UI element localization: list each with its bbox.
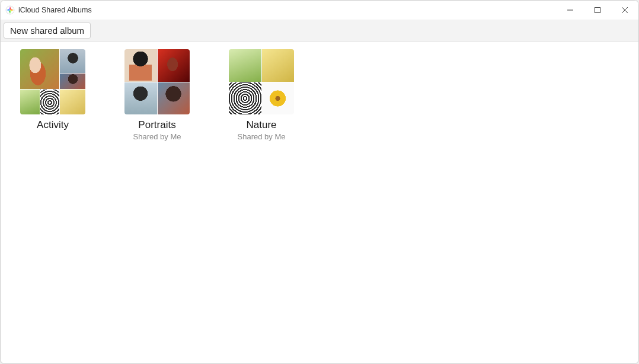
toolbar: New shared album	[1, 20, 638, 42]
album-thumbnail	[20, 49, 85, 114]
window-title: iCloud Shared Albums	[18, 6, 92, 14]
album-title: Activity	[37, 119, 69, 131]
maximize-button[interactable]	[584, 1, 611, 20]
minimize-button[interactable]	[557, 1, 584, 20]
album-title: Portraits	[138, 119, 175, 131]
close-button[interactable]	[611, 1, 638, 20]
new-shared-album-button[interactable]: New shared album	[4, 23, 91, 39]
svg-rect-2	[595, 8, 600, 13]
album-subtitle: Shared by Me	[133, 132, 181, 141]
album-thumbnail	[229, 49, 294, 114]
window-controls	[557, 1, 638, 20]
album-thumbnail	[124, 49, 190, 114]
titlebar-left: iCloud Shared Albums	[5, 5, 92, 15]
app-window: iCloud Shared Albums New shared album	[0, 0, 639, 364]
albums-grid: Activity Portraits Shared by Me Nature	[1, 42, 638, 363]
album-activity[interactable]: Activity	[17, 49, 88, 132]
titlebar: iCloud Shared Albums	[1, 1, 638, 20]
album-subtitle: Shared by Me	[238, 132, 286, 141]
album-portraits[interactable]: Portraits Shared by Me	[122, 49, 193, 141]
album-title: Nature	[246, 119, 276, 131]
album-nature[interactable]: Nature Shared by Me	[226, 49, 297, 141]
app-icon	[5, 5, 15, 15]
